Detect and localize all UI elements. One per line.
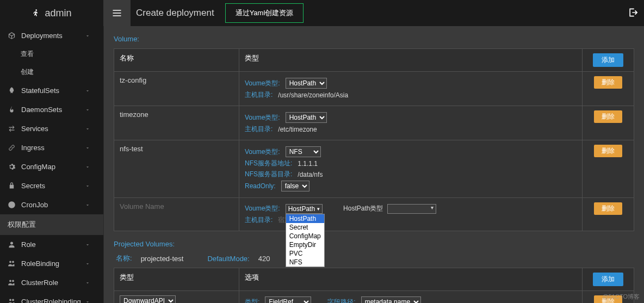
sidebar-item-clusterrolebinding[interactable]: ClusterRolebinding — [0, 292, 103, 303]
value-nfsaddr: 1.1.1.1 — [298, 160, 318, 168]
sidebar-item-deployments[interactable]: Deployments — [0, 26, 103, 45]
users-icon — [8, 279, 16, 287]
sidebar-item-label: StatefulSets — [21, 86, 85, 95]
volume-section-title: Volume: — [114, 35, 634, 43]
dropdown-option[interactable]: HostPath — [286, 214, 324, 223]
volume-delete-button[interactable]: 删除 — [594, 110, 622, 123]
label-volumetype: Voume类型: — [245, 79, 280, 88]
sidebar-item-ingress[interactable]: Ingress — [0, 138, 103, 157]
user-icon — [8, 240, 16, 249]
value-proj-name: projected-test — [141, 255, 184, 263]
label-hostdir: 主机目录: — [245, 125, 273, 134]
volume-row: timezone Voume类型: HostPath 主机目录: /etc/ti… — [114, 106, 634, 140]
sidebar-item-cronjob[interactable]: CronJob — [0, 195, 103, 214]
label-hostpathtype: HostPath类型 — [343, 204, 383, 213]
projected-header-option: 选项 — [239, 268, 583, 291]
volume-table: 名称 类型 添加 tz-config Voume类型: HostPath 主机目… — [114, 48, 634, 231]
sidebar-item-label: Role — [21, 240, 85, 249]
brand-text: admin — [45, 8, 71, 19]
dropdown-option[interactable]: PVC — [286, 249, 324, 258]
chevron-down-icon — [85, 107, 90, 113]
chevron-down-icon — [85, 164, 90, 170]
sidebar-item-configmap[interactable]: ConfigMap — [0, 157, 103, 176]
lock-icon — [8, 182, 16, 190]
label-proj-name: 名称: — [116, 253, 132, 263]
sidebar-item-label: CronJob — [21, 201, 85, 209]
chevron-down-icon — [85, 242, 90, 248]
sidebar-sub-view[interactable]: 查看 — [0, 45, 103, 63]
sidebar-item-statefulsets[interactable]: StatefulSets — [0, 81, 103, 100]
projected-add-button[interactable]: 添加 — [593, 273, 623, 286]
volume-type-select[interactable]: HostPath▾ — [286, 204, 323, 214]
label-fieldpath: 字段路径: — [327, 298, 355, 304]
label-nfsaddr: NFS服务器地址: — [245, 159, 292, 168]
hamburger-icon — [112, 8, 122, 18]
sidebar-item-daemonsets[interactable]: DaemonSets — [0, 100, 103, 119]
projected-row: DownwardAPI 类型: FieldRef 挂载路径: /opt/x — [114, 291, 634, 304]
dropdown-option[interactable]: ConfigMap — [286, 232, 324, 240]
brand: admin — [0, 7, 103, 19]
label-volumetype: Voume类型: — [245, 147, 280, 157]
topbar: admin Create deployment 通过Yaml创建资源 — [0, 0, 644, 26]
subtype-select[interactable]: FieldRef — [265, 296, 311, 303]
label-nfsdir: NFS服务器目录: — [245, 170, 292, 179]
sidebar-group-label: 权限配置 — [8, 220, 96, 230]
volume-name: nfs-test — [114, 140, 239, 198]
sidebar-item-label: Ingress — [21, 144, 85, 152]
value-hostdir: /usr/share/zoneinfo/Asia — [278, 91, 348, 99]
chevron-down-icon — [85, 280, 90, 286]
volume-header-name: 名称 — [114, 49, 239, 72]
volume-delete-button[interactable]: 删除 — [594, 145, 622, 157]
sidebar-item-role[interactable]: Role — [0, 235, 103, 254]
volume-name-input[interactable]: Volume Name — [120, 202, 164, 211]
users-icon — [8, 298, 16, 303]
dropdown-option[interactable]: NFS — [286, 258, 324, 267]
arrows-icon — [8, 125, 16, 133]
projected-section-title: Projected Volumes: — [114, 240, 634, 248]
value-defaultmode: 420 — [258, 255, 270, 263]
fieldpath-select[interactable]: metadata.name — [361, 296, 421, 303]
sidebar-item-services[interactable]: Services — [0, 119, 103, 138]
create-via-yaml-button[interactable]: 通过Yaml创建资源 — [225, 3, 304, 23]
sidebar-item-label: Services — [21, 125, 85, 133]
volume-type-select[interactable]: HostPath — [286, 112, 327, 123]
hostpath-type-select[interactable] — [387, 204, 436, 214]
volume-type-select[interactable]: NFS — [286, 146, 321, 157]
users-icon — [8, 259, 16, 268]
label-hostdir: 主机目录: — [245, 215, 273, 225]
walk-icon — [32, 7, 40, 19]
link-icon — [8, 144, 16, 152]
projected-type-select[interactable]: DownwardAPI — [120, 295, 176, 303]
volume-delete-button[interactable]: 删除 — [594, 202, 622, 215]
volume-type-select[interactable]: HostPath — [286, 78, 327, 89]
volume-type-dropdown[interactable]: HostPath Secret ConfigMap EmptyDir PVC N… — [286, 214, 325, 267]
volume-add-button[interactable]: 添加 — [593, 53, 623, 67]
sidebar-item-label: ConfigMap — [21, 163, 85, 171]
projected-header-type: 类型 — [114, 268, 239, 291]
main-content: Volume: 名称 类型 添加 tz-config Voume类型: Host… — [103, 26, 644, 303]
readonly-select[interactable]: false — [281, 181, 309, 191]
volume-header-type: 类型 — [239, 49, 583, 72]
cube-icon — [8, 32, 16, 40]
chevron-down-icon — [85, 183, 90, 189]
dropdown-option[interactable]: EmptyDir — [286, 240, 324, 249]
sidebar-item-clusterrole[interactable]: ClusterRole — [0, 273, 103, 292]
volume-name: tz-config — [114, 72, 239, 106]
dropdown-option[interactable]: Secret — [286, 223, 324, 232]
sidebar-item-rolebinding[interactable]: RoleBinding — [0, 254, 103, 273]
sidebar-item-label: Secrets — [21, 182, 85, 190]
gears-icon — [8, 163, 16, 171]
clock-icon — [8, 201, 16, 209]
value-nfsdir: /data/nfs — [298, 171, 323, 178]
chevron-down-icon — [85, 261, 90, 267]
fire-icon — [8, 106, 16, 114]
projected-meta: 名称: projected-test DefaultMode: 420 — [116, 253, 634, 263]
volume-delete-button[interactable]: 删除 — [594, 76, 622, 89]
sidebar-sub-create[interactable]: 创建 — [0, 63, 103, 81]
sidebar-item-label: Deployments — [21, 32, 85, 40]
logout-button[interactable] — [628, 7, 639, 20]
sidebar-item-secrets[interactable]: Secrets — [0, 176, 103, 195]
sidebar-item-label: DaemonSets — [21, 106, 85, 114]
hamburger-button[interactable] — [103, 0, 131, 26]
sidebar: Deployments 查看 创建 StatefulSets DaemonSet… — [0, 26, 103, 303]
